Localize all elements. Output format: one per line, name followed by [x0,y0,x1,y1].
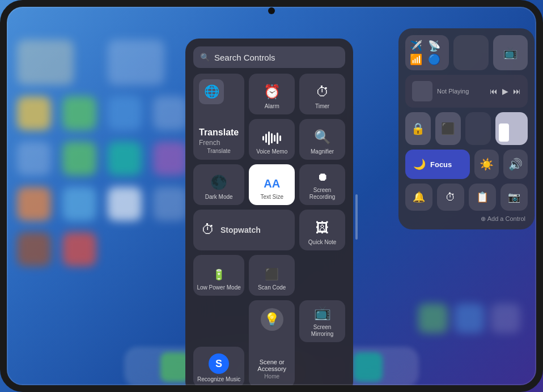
cc-volume-slider-tile[interactable] [495,112,528,145]
cc-small-icons-row: 🔔 ⏱ 📋 📷 [405,184,528,211]
scroll-indicator [355,194,358,240]
timer-icon: ⏱ [316,84,329,100]
translate-bottom-label: Translate [207,148,230,154]
text-size-tile[interactable]: AA Text Size [249,164,295,205]
screen-mirroring-icon: 📺 [314,305,331,321]
shazam-icon: S [209,353,229,374]
cc-media-art [412,81,432,101]
scene-light-icon: 💡 [261,308,283,331]
stopwatch-icon: ⏱ [201,221,215,237]
scan-code-tile[interactable]: ⬛ Scan Code [249,255,295,296]
screen-mirroring-label: Screen Mirroring [303,324,342,338]
screen-mirroring-tile[interactable]: 📺 Screen Mirroring [299,300,345,342]
low-power-label: Low Power Mode [197,284,241,291]
cc-empty-tile2 [465,112,491,145]
voice-memo-label: Voice Memo [256,148,287,155]
control-center-panel: ✈️ 📡 📶 🔵 📺 Not Playing ⏮ ▶ ⏭ 🔒 ⬛ [398,28,534,229]
cc-screen-mirror-tile[interactable]: ⬛ [435,112,461,145]
blurred-app-grid [11,34,170,347]
dark-mode-icon: 🌑 [210,174,227,190]
cc-brightness-tile[interactable]: ☀️ [474,150,499,179]
cc-play-btn[interactable]: ▶ [502,87,508,96]
cc-timer-small-tile[interactable]: ⏱ [437,184,464,211]
stopwatch-tile[interactable]: ⏱ Stopwatch [193,210,295,250]
low-power-tile[interactable]: 🔋 Low Power Mode [193,255,244,296]
scan-code-icon: ⬛ [265,267,279,281]
cc-focus-label: Focus [430,160,452,169]
magnifier-tile[interactable]: 🔍 Magnifier [299,119,345,160]
translate-tile[interactable]: 🌐 Translate French Translate [193,74,244,160]
search-icon: 🔍 [200,53,210,62]
controls-grid: 🌐 Translate French Translate ⏰ Alarm ⏱ T… [193,74,345,387]
recognize-music-tile[interactable]: S Recognize Music [193,347,244,387]
text-size-icon: AA [264,177,280,190]
scene-accessory-tile[interactable]: 💡 Scene or Accessory Home [249,300,295,387]
cc-empty-tile [453,35,488,70]
text-size-label: Text Size [260,194,283,201]
cc-not-playing-label: Not Playing [437,88,485,95]
magnifier-icon: 🔍 [314,129,331,145]
scene-main-label: Scene or Accessory [254,359,289,372]
screen-recording-icon: ⏺ [317,171,328,184]
cc-airplay-tile[interactable]: 📺 [493,35,528,70]
dark-mode-tile[interactable]: 🌑 Dark Mode [193,164,244,205]
cc-notes-tile[interactable]: 📋 [469,184,496,211]
low-power-icon: 🔋 [213,269,225,281]
screen-recording-label: Screen Recording [303,187,342,201]
camera-notch [268,7,275,14]
cc-row-network: ✈️ 📡 📶 🔵 📺 [405,35,528,70]
alarm-label: Alarm [265,103,279,110]
blurred-bottom-apps [418,290,532,347]
cc-network-tile[interactable]: ✈️ 📡 📶 🔵 [405,35,449,70]
translate-icon: 🌐 [199,79,224,104]
cc-orientation-lock-tile[interactable]: 🔒 [405,112,431,145]
cc-prev-btn[interactable]: ⏮ [490,87,498,96]
cc-notification-tile[interactable]: 🔔 [405,184,432,211]
recognize-music-label: Recognize Music [197,376,240,383]
scene-sub-label: Home [264,373,279,380]
quick-note-tile[interactable]: 🖼 Quick Note [299,210,345,250]
dark-mode-label: Dark Mode [205,194,233,201]
cc-next-btn[interactable]: ⏭ [513,87,521,96]
voice-memo-tile[interactable]: Voice Memo [249,119,295,160]
cc-media-controls: ⏮ ▶ ⏭ [490,87,521,96]
search-bar-text: Search Controls [214,53,275,62]
timer-label: Timer [315,103,329,110]
scan-code-label: Scan Code [258,284,286,291]
alarm-tile[interactable]: ⏰ Alarm [249,74,295,114]
screen-recording-tile[interactable]: ⏺ Screen Recording [299,164,345,205]
cc-focus-row: 🌙 Focus ☀️ 🔊 [405,150,528,179]
cc-volume-tile[interactable]: 🔊 [503,150,528,179]
cc-add-control[interactable]: ⊕ Add a Control [405,215,528,223]
search-controls-panel: 🔍 Search Controls 🌐 Translate French Tra… [185,39,353,392]
translate-main-label: Translate [199,127,239,138]
timer-tile[interactable]: ⏱ Timer [299,74,345,114]
cc-focus-tile[interactable]: 🌙 Focus [405,150,470,179]
cc-row-lock: 🔒 ⬛ [405,112,528,145]
cc-camera-tile[interactable]: 📷 [500,184,528,211]
search-bar[interactable]: 🔍 Search Controls [193,46,345,68]
stopwatch-label: Stopwatch [220,225,261,235]
magnifier-label: Magnifier [311,148,334,155]
voice-memo-icon [262,130,281,146]
alarm-icon: ⏰ [264,84,281,100]
translate-sub-label: French [199,139,239,147]
quick-note-label: Quick Note [308,239,336,246]
quick-note-icon: 🖼 [316,220,329,236]
cc-media-tile[interactable]: Not Playing ⏮ ▶ ⏭ [405,75,528,108]
cc-media-info: Not Playing [437,88,485,95]
